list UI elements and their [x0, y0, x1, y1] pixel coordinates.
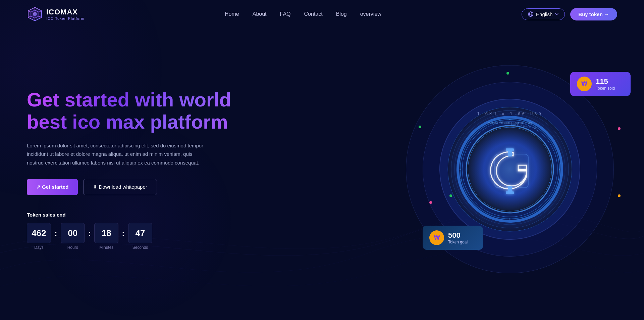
- logo-icon: [27, 6, 43, 22]
- brand-name: ICOMAX: [46, 8, 85, 16]
- chevron-down-icon: [555, 13, 558, 15]
- token-goal-label: Token goal: [448, 240, 468, 244]
- hero-buttons: ↗ Get started ⬇ Download whitepaper: [27, 179, 235, 195]
- token-sold-number: 115: [596, 77, 615, 86]
- hours-value: 00: [61, 223, 85, 243]
- accent-dot-pink-right: [618, 127, 621, 130]
- nav-actions: English Buy token →: [522, 8, 617, 20]
- accent-dot-pink: [429, 201, 432, 204]
- svg-point-39: [461, 179, 462, 180]
- token-goal-info: 500 Token goal: [448, 231, 468, 244]
- accent-dot-yellow: [618, 194, 621, 197]
- token-goal-icon: ₩: [429, 230, 444, 245]
- hours-label: Hours: [67, 245, 78, 250]
- days-label: Days: [34, 245, 43, 250]
- minutes-unit: 18 Minutes: [94, 223, 118, 250]
- accent-dot-green-left: [419, 126, 421, 128]
- accent-dot-green-top: [506, 72, 509, 75]
- token-goal-card: ₩ 500 Token goal: [423, 226, 483, 250]
- nav-overview[interactable]: overview: [360, 11, 381, 17]
- logo[interactable]: ICOMAX ICO Token Platform: [27, 6, 85, 22]
- language-label: English: [536, 11, 552, 17]
- token-sold-icon: ₩: [577, 77, 592, 91]
- token-sold-card: ₩ 115 Token sold: [570, 72, 631, 96]
- svg-point-33: [530, 122, 531, 123]
- svg-point-2: [33, 12, 37, 16]
- svg-rect-25: [518, 169, 527, 171]
- svg-point-36: [559, 169, 560, 170]
- download-whitepaper-label: ⬇ Download whitepaper: [93, 184, 147, 190]
- nav-about[interactable]: About: [253, 11, 267, 17]
- svg-point-37: [558, 179, 559, 180]
- svg-rect-29: [506, 191, 514, 194]
- days-unit: 462 Days: [27, 223, 51, 250]
- svg-rect-27: [506, 148, 514, 151]
- countdown-label: Token sales end: [27, 212, 235, 218]
- nav-home[interactable]: Home: [225, 11, 239, 17]
- nav-faq[interactable]: FAQ: [280, 11, 291, 17]
- separator-1: :: [54, 228, 57, 238]
- nav-menu: Home About FAQ Contact Blog overview: [225, 11, 381, 17]
- svg-point-40: [509, 218, 511, 220]
- svg-point-23: [470, 129, 550, 210]
- buy-token-label: Buy token →: [578, 11, 609, 17]
- get-started-label: ↗ Get started: [36, 184, 68, 190]
- svg-point-32: [520, 120, 521, 121]
- nav-blog[interactable]: Blog: [336, 11, 347, 17]
- coin-graphic: 0100110 1001 0110 1001 0110 100 1001 011…: [446, 105, 574, 233]
- nav-contact[interactable]: Contact: [304, 11, 323, 17]
- svg-point-38: [460, 169, 461, 170]
- minutes-label: Minutes: [99, 245, 113, 250]
- hours-unit: 00 Hours: [61, 223, 85, 250]
- token-sold-info: 115 Token sold: [596, 77, 615, 91]
- seconds-value: 47: [128, 223, 152, 243]
- separator-3: :: [122, 228, 125, 238]
- seconds-unit: 47 Seconds: [128, 223, 152, 250]
- token-sold-label: Token sold: [596, 86, 615, 91]
- seconds-label: Seconds: [132, 245, 148, 250]
- token-goal-number: 500: [448, 231, 468, 240]
- hero-description: Lorem ipsum dolor sit amet, consectetur …: [27, 141, 208, 167]
- svg-point-34: [499, 120, 500, 121]
- svg-point-31: [509, 119, 511, 120]
- navbar: ICOMAX ICO Token Platform Home About FAQ…: [0, 0, 644, 28]
- hero-title: Get started with world best ico max plat…: [27, 89, 235, 133]
- separator-2: :: [88, 228, 91, 238]
- get-started-button[interactable]: ↗ Get started: [27, 179, 78, 195]
- hero-content: Get started with world best ico max plat…: [27, 89, 235, 250]
- coin-svg: 0100110 1001 0110 1001 0110 100 1001 011…: [446, 105, 574, 233]
- download-whitepaper-button[interactable]: ⬇ Download whitepaper: [83, 179, 157, 195]
- exchange-rate: 1 GKU = 1.00 USD: [477, 111, 543, 116]
- globe-icon: [528, 11, 533, 17]
- buy-token-button[interactable]: Buy token →: [570, 8, 617, 20]
- svg-point-35: [489, 122, 490, 123]
- countdown-timer: 462 Days : 00 Hours : 18 Minutes : 47 Se…: [27, 223, 235, 250]
- accent-dot-green-bottom: [449, 194, 452, 197]
- coin-visual: 0100110 1001 0110 1001 0110 100 1001 011…: [402, 62, 617, 277]
- language-selector[interactable]: English: [522, 8, 565, 20]
- minutes-value: 18: [94, 223, 118, 243]
- days-value: 462: [27, 223, 51, 243]
- brand-subtitle: ICO Token Platform: [46, 16, 85, 20]
- hero-section: Get started with world best ico max plat…: [0, 28, 644, 304]
